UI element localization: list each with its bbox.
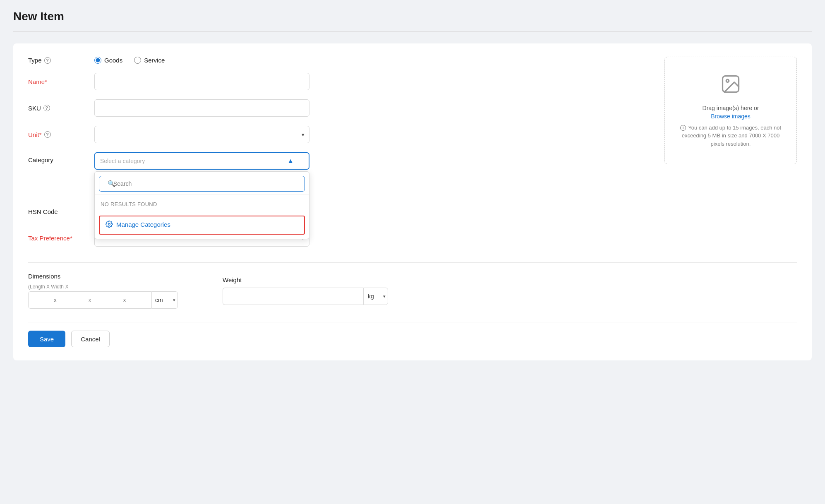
name-label: Name* — [28, 78, 94, 85]
sku-row: SKU ? — [28, 99, 648, 117]
weight-unit-select[interactable]: kg g lb oz — [363, 288, 388, 305]
radio-goods[interactable]: Goods — [94, 57, 122, 64]
dimensions-label: Dimensions — [28, 273, 178, 280]
page-title: New Item — [13, 10, 812, 23]
header-divider — [13, 31, 812, 32]
svg-point-0 — [108, 223, 110, 226]
dim-unit-wrapper: cm in ft m ▾ — [151, 291, 178, 309]
radio-service-input[interactable] — [134, 57, 141, 64]
image-upload-box[interactable]: Drag image(s) here or Browse images i Yo… — [664, 57, 797, 164]
dim-separator-1: x — [82, 291, 98, 309]
unit-select[interactable] — [94, 126, 309, 143]
category-chevron-up-icon: ▲ — [287, 157, 294, 165]
type-label-text: Type — [28, 57, 42, 64]
upload-info-text: i You can add up to 15 images, each not … — [675, 124, 787, 148]
unit-row: Unit* ? ▾ — [28, 126, 648, 143]
type-label: Type ? — [28, 57, 94, 64]
dimensions-length-input[interactable] — [28, 291, 82, 309]
radio-goods-input[interactable] — [94, 57, 101, 64]
image-upload-icon — [720, 73, 741, 99]
weight-input-row: kg g lb oz ▾ — [223, 288, 388, 305]
manage-categories-label: Manage Categories — [116, 221, 170, 228]
weight-input[interactable] — [223, 288, 363, 305]
sku-label: SKU ? — [28, 105, 94, 112]
cancel-button[interactable]: Cancel — [71, 331, 110, 347]
browse-images-link[interactable]: Browse images — [711, 113, 751, 120]
dropdown-search-row: 🔍 — [99, 176, 305, 192]
unit-label: Unit* ? — [28, 131, 94, 138]
category-dropdown-wrapper: Select a category ▲ 🔍 NO RESULT — [94, 152, 309, 170]
dimensions-input-row: x cm in ft m ▾ — [28, 291, 178, 309]
sku-label-text: SKU — [28, 105, 41, 112]
weight-unit-wrapper: kg g lb oz ▾ — [363, 288, 388, 305]
dimensions-section: Dimensions (Length X Width X x cm in ft … — [28, 262, 797, 309]
unit-help-icon[interactable]: ? — [44, 131, 51, 138]
upload-drag-text: Drag image(s) here or — [703, 105, 759, 111]
info-icon: i — [680, 125, 686, 131]
upload-info-content: You can add up to 15 images, each not ex… — [682, 125, 781, 147]
hsn-label: HSN Code — [28, 208, 94, 215]
save-button[interactable]: Save — [28, 331, 65, 347]
category-dropdown-menu: 🔍 NO RESULTS FOUND Manage Categ — [94, 171, 309, 239]
name-row: Name* — [28, 73, 648, 90]
tax-label: Tax Preference* — [28, 235, 94, 242]
form-container: Type ? Goods Service — [13, 43, 812, 360]
dimensions-sub-label: (Length X Width X — [28, 284, 178, 290]
sku-input-wrapper — [94, 99, 309, 117]
category-search-input[interactable] — [99, 176, 305, 192]
form-layout: Type ? Goods Service — [28, 57, 797, 256]
svg-point-4 — [726, 79, 729, 82]
sku-help-icon[interactable]: ? — [43, 105, 50, 111]
dimensions-unit-select[interactable]: cm in ft m — [151, 291, 178, 309]
type-help-icon[interactable]: ? — [44, 57, 51, 64]
category-row: Category Select a category ▲ 🔍 — [28, 152, 648, 170]
weight-group: Weight kg g lb oz ▾ — [223, 276, 388, 305]
name-input[interactable] — [94, 73, 309, 90]
radio-service[interactable]: Service — [134, 57, 165, 64]
no-results-text: NO RESULTS FOUND — [95, 194, 309, 214]
radio-group-type: Goods Service — [94, 57, 165, 64]
type-row: Type ? Goods Service — [28, 57, 648, 64]
radio-goods-label: Goods — [104, 57, 122, 64]
name-input-wrapper — [94, 73, 309, 90]
dimensions-group: Dimensions (Length X Width X x cm in ft … — [28, 273, 178, 309]
category-label: Category — [28, 156, 94, 163]
dimensions-row: Dimensions (Length X Width X x cm in ft … — [28, 273, 797, 309]
gear-icon — [106, 221, 113, 228]
sku-input[interactable] — [94, 99, 309, 117]
form-fields: Type ? Goods Service — [28, 57, 648, 256]
category-select-button[interactable]: Select a category ▲ — [94, 152, 309, 170]
manage-categories-button[interactable]: Manage Categories — [99, 216, 305, 235]
form-footer: Save Cancel — [28, 322, 797, 347]
unit-select-wrapper: ▾ — [94, 126, 309, 143]
radio-service-label: Service — [144, 57, 165, 64]
unit-label-text: Unit* — [28, 131, 42, 138]
category-placeholder-text: Select a category — [100, 158, 145, 164]
weight-label: Weight — [223, 276, 388, 283]
dropdown-search-wrapper: 🔍 — [95, 172, 309, 194]
dimensions-width-input[interactable] — [98, 291, 151, 309]
